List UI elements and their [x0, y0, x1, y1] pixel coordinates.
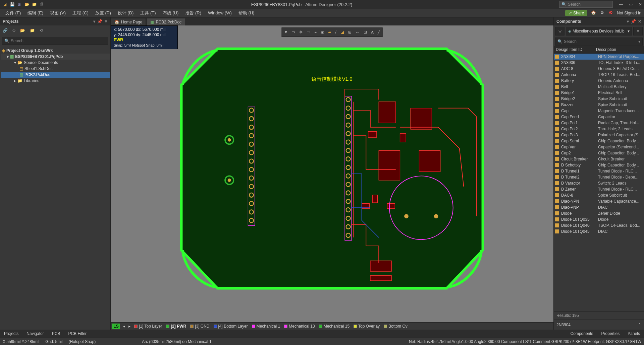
- library-dropdown[interactable]: ◈Miscellaneous Devices.IntLib ▾: [566, 27, 632, 36]
- tab-pcb[interactable]: PCB: [48, 330, 64, 337]
- via-icon[interactable]: ◉: [321, 30, 324, 34]
- menu-edit[interactable]: 编辑 (E): [25, 9, 46, 17]
- component-row[interactable]: 2N3906TO, Flat Index; 3 In-Li...: [554, 60, 644, 66]
- menu-design[interactable]: 设计 (D): [115, 9, 137, 17]
- component-row[interactable]: Bridge2Spice Subcircuit: [554, 96, 644, 102]
- component-row[interactable]: Diac-PNPDIAC: [554, 204, 644, 210]
- tab-projects[interactable]: Projects: [0, 330, 22, 337]
- component-preview-header[interactable]: 2N3904 ⌃: [554, 320, 644, 330]
- component-row[interactable]: BuzzerSpice Subcircuit: [554, 102, 644, 108]
- component-row[interactable]: Diode 10TQ045DIAC: [554, 228, 644, 234]
- schematic-doc[interactable]: ▤ Sheet1.SchDoc: [1, 66, 110, 72]
- component-row[interactable]: D VaractorSwitch; 2 Leads: [554, 180, 644, 186]
- component-row[interactable]: Cap Pol3Polarized Capacitor (S...: [554, 132, 644, 138]
- track-icon[interactable]: ╱: [378, 30, 380, 34]
- layer-mech13[interactable]: Mechanical 13: [282, 324, 317, 329]
- refresh-icon[interactable]: ⟲: [40, 28, 43, 33]
- layer-prev-button[interactable]: ◂: [121, 324, 127, 329]
- tab-pcb-filter[interactable]: PCB Filter: [64, 330, 91, 337]
- panel-menu-button[interactable]: ≡: [633, 27, 643, 36]
- component-row[interactable]: BellMulticell Battery: [554, 84, 644, 90]
- layer-mech1[interactable]: Mechanical 1: [250, 324, 282, 329]
- projects-search-input[interactable]: 🔍 Search: [2, 37, 108, 45]
- tab-properties[interactable]: Properties: [597, 330, 624, 337]
- save-all-icon[interactable]: 🗎: [17, 2, 22, 7]
- help-icon[interactable]: 🛇: [608, 10, 613, 16]
- component-icon[interactable]: ◪: [340, 30, 344, 34]
- source-documents-folder[interactable]: ▾ 📂 Source Documents: [1, 60, 110, 66]
- components-search-input[interactable]: 🔍 Search ▾: [555, 38, 643, 46]
- col-description[interactable]: Description: [594, 46, 644, 53]
- line-icon[interactable]: /: [335, 30, 336, 34]
- align-icon[interactable]: ▭: [307, 30, 310, 34]
- component-row[interactable]: Diac-NPNVariable Capacitance...: [554, 198, 644, 204]
- minimize-button[interactable]: —: [619, 2, 623, 7]
- expand-icon[interactable]: ▾: [7, 54, 9, 59]
- interactive-route-icon[interactable]: ⌁: [314, 30, 317, 34]
- save-icon[interactable]: 💾: [9, 2, 15, 7]
- component-row[interactable]: Cap Pol1Radial Cap, Thru-Hol...: [554, 120, 644, 126]
- panel-dropdown-icon[interactable]: ▾: [93, 19, 95, 24]
- layer-top-overlay[interactable]: Top Overlay: [352, 324, 382, 329]
- home-icon[interactable]: 🏠: [591, 10, 596, 16]
- component-row[interactable]: CapMagnetic Transducer...: [554, 108, 644, 114]
- close-button[interactable]: ✕: [639, 2, 642, 7]
- pcb-doc[interactable]: ▦ PCB2.PcbDoc: [1, 72, 110, 78]
- menu-project[interactable]: 工程 (C): [70, 9, 91, 17]
- project-group[interactable]: ◈ Project Group 1.DsnWrk: [1, 48, 110, 54]
- component-row[interactable]: 2N3904NPN General Purpos...: [554, 54, 644, 60]
- print-icon[interactable]: 🗐: [39, 2, 44, 7]
- tab-pcb-doc[interactable]: ▦ PCB2.PcbDoc: [147, 18, 185, 25]
- share-button[interactable]: ↗ Share: [565, 10, 587, 16]
- filter-button[interactable]: ▽: [555, 27, 565, 36]
- panel-close-icon[interactable]: ✕: [638, 19, 641, 24]
- menu-file[interactable]: 文件 (F): [3, 9, 23, 17]
- layer-bottom-overlay[interactable]: Bottom Ov: [382, 324, 410, 329]
- move-icon[interactable]: ✥: [299, 30, 303, 34]
- menu-reports[interactable]: 报告 (R): [182, 9, 204, 17]
- text-icon[interactable]: A: [371, 30, 374, 35]
- global-search-input[interactable]: 🔍 Search: [559, 1, 613, 8]
- component-row[interactable]: Cap VarCapacitor (Semicond...: [554, 144, 644, 150]
- panels-button[interactable]: Panels: [624, 330, 644, 337]
- menu-help[interactable]: 帮助 (H): [236, 9, 257, 17]
- component-row[interactable]: Cap Pol2Thru-Hole; 3 Leads: [554, 126, 644, 132]
- panel-close-icon[interactable]: ✕: [104, 19, 108, 24]
- col-design-item-id[interactable]: Design Item ID: [554, 46, 594, 53]
- libraries-folder[interactable]: ▸ 📁 Libraries: [1, 78, 110, 84]
- layer-set-button[interactable]: LS: [112, 324, 120, 329]
- maximize-button[interactable]: ▭: [629, 2, 633, 7]
- component-row[interactable]: Cap2Chip Capacitor, Body...: [554, 150, 644, 156]
- component-row[interactable]: Circuit BreakerCircuit Breaker: [554, 156, 644, 162]
- tab-navigator[interactable]: Navigator: [22, 330, 48, 337]
- component-row[interactable]: DiodeZener Diode: [554, 210, 644, 216]
- new-doc-icon[interactable]: ◇: [12, 28, 15, 33]
- drill-icon[interactable]: ⊡: [364, 30, 367, 34]
- dimension-icon[interactable]: ⊞: [348, 30, 352, 34]
- component-row[interactable]: BatteryGeneric Antenna: [554, 78, 644, 84]
- expand-icon[interactable]: ▸: [14, 78, 16, 83]
- expand-icon[interactable]: ▾: [14, 60, 16, 65]
- menu-place[interactable]: 放置 (P): [93, 9, 114, 17]
- component-row[interactable]: Diode 10TQ035Diode: [554, 216, 644, 222]
- component-row[interactable]: D SchottkyChip Capacitor, Body...: [554, 162, 644, 168]
- menu-view[interactable]: 视图 (V): [47, 9, 68, 17]
- menu-tools[interactable]: 工具 (T): [138, 9, 158, 17]
- component-row[interactable]: ADC-8Generic 8-Bit A/D Co...: [554, 66, 644, 72]
- measure-icon[interactable]: ↔: [356, 30, 360, 34]
- polygon-icon[interactable]: ▰: [328, 30, 331, 34]
- layer-mech15[interactable]: Mechanical 15: [317, 324, 352, 329]
- component-row[interactable]: Cap FeedCapacitor: [554, 114, 644, 120]
- connect-icon[interactable]: 🔗: [3, 28, 8, 33]
- component-row[interactable]: D Tunnel1Tunnel Diode - RLC...: [554, 168, 644, 174]
- layer-next-button[interactable]: ▸: [127, 324, 132, 329]
- panel-pin-icon[interactable]: 📌: [97, 19, 102, 24]
- gear-icon[interactable]: ⚙: [599, 10, 605, 16]
- layer-top[interactable]: [1] Top Layer: [132, 324, 164, 329]
- menu-route[interactable]: 布线 (U): [160, 9, 181, 17]
- filter-icon[interactable]: ▼: [284, 30, 288, 34]
- layer-pwr[interactable]: [2] PWR: [164, 324, 188, 329]
- select-icon[interactable]: ⊃: [292, 30, 295, 34]
- folder-tree-icon[interactable]: 📁: [30, 28, 35, 33]
- layer-bottom[interactable]: [4] Bottom Layer: [212, 324, 250, 329]
